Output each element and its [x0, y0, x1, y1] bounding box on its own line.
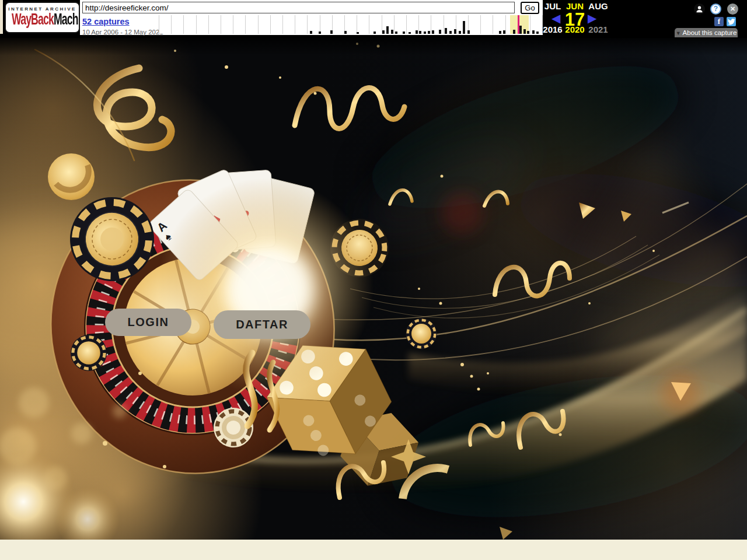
- next-month-label[interactable]: AUG: [586, 1, 610, 11]
- page-edge-sliver: [0, 0, 3, 34]
- timeline-gridline: [171, 15, 172, 34]
- timeline-gridline: [357, 15, 357, 34]
- timeline-capture-bar: [391, 30, 393, 34]
- top-vignette: [0, 38, 747, 55]
- timeline-gridline: [530, 15, 530, 34]
- current-year-label[interactable]: 2020: [564, 24, 586, 34]
- daftar-button[interactable]: DAFTAR: [214, 310, 310, 339]
- timeline-gridline: [282, 15, 283, 34]
- timeline-gridline: [480, 15, 481, 34]
- timeline-gridline: [196, 15, 197, 34]
- timeline-capture-bar: [319, 32, 321, 34]
- about-this-capture-button[interactable]: ▼About this capture: [675, 28, 738, 37]
- captures-date-range: 10 Apr 2006 - 12 May 2021: [82, 29, 158, 36]
- timeline-capture-bar: [386, 26, 389, 34]
- timeline-capture-bar: [382, 30, 385, 34]
- twitter-share-icon[interactable]: [727, 17, 736, 26]
- wayback-toolbar: INTERNET ARCHIVE WayBackMachine Go 52 ca…: [0, 0, 747, 38]
- timeline-gridline: [505, 15, 506, 34]
- casino-scene-graphic: A ♥ ♥ A ♦ ♦ A ♠: [0, 38, 747, 540]
- timeline-gridline: [444, 15, 444, 34]
- timeline-capture-bar: [513, 30, 515, 34]
- timeline-capture-bar: [454, 29, 456, 34]
- wayback-machine-logo[interactable]: INTERNET ARCHIVE WayBackMachine: [5, 2, 80, 33]
- login-button[interactable]: LOGIN: [105, 309, 191, 336]
- url-input[interactable]: [82, 2, 515, 13]
- timeline-capture-bar: [459, 31, 461, 34]
- timeline-capture-bar: [424, 32, 426, 34]
- poker-chip-small-right: [406, 318, 437, 349]
- timeline-capture-bar: [523, 29, 526, 34]
- timeline-capture-bar: [330, 30, 333, 34]
- account-icon[interactable]: [694, 4, 705, 15]
- timeline-capture-bar: [503, 30, 505, 34]
- timeline-capture-bar: [344, 31, 347, 34]
- close-toolbar-icon[interactable]: ✕: [727, 4, 738, 15]
- timeline-gridline: [270, 15, 271, 34]
- timeline-capture-bar: [536, 32, 539, 34]
- timeline-gridline: [183, 15, 184, 34]
- timeline-gridline: [208, 15, 209, 34]
- timeline-capture-bar: [428, 31, 430, 34]
- timeline-current-marker: [518, 15, 519, 34]
- timeline-capture-bar: [467, 30, 470, 34]
- wayback-wordmark: WayBackMachine: [12, 10, 73, 29]
- prev-month-label[interactable]: JUL: [542, 1, 564, 11]
- timeline-gridline: [493, 15, 493, 34]
- timeline-capture-bar: [449, 31, 452, 34]
- dropdown-triangle-icon: ▼: [676, 30, 681, 36]
- page-footer-strip: [0, 540, 747, 560]
- timeline-gridline: [406, 15, 407, 34]
- timeline-capture-bar: [374, 32, 376, 34]
- timeline-gridline: [307, 15, 308, 34]
- facebook-share-icon[interactable]: f: [714, 17, 724, 26]
- captures-link[interactable]: 52 captures: [82, 17, 130, 26]
- help-icon[interactable]: ?: [710, 4, 721, 15]
- gold-disc: [48, 153, 95, 200]
- next-capture-arrow-icon[interactable]: ▶: [588, 11, 596, 25]
- timeline-capture-bar: [519, 26, 522, 34]
- timeline-capture-bar: [419, 31, 421, 34]
- timeline-gridline: [245, 15, 246, 34]
- nav-column-current: JUN 17 2020: [564, 0, 586, 36]
- timeline-capture-bar: [463, 21, 465, 34]
- prev-capture-arrow-icon[interactable]: ◀: [551, 11, 560, 25]
- prev-year-label[interactable]: 2016: [542, 24, 564, 34]
- timeline-capture-bar: [439, 30, 441, 34]
- timeline-capture-bar: [310, 31, 312, 34]
- timeline-capture-bar: [357, 32, 359, 34]
- captures-summary: 52 captures 10 Apr 2006 - 12 May 2021: [82, 16, 158, 36]
- timeline-capture-bar: [445, 28, 447, 34]
- captures-timeline[interactable]: [159, 15, 543, 34]
- timeline-gridline: [258, 15, 259, 34]
- wayback-white-panel: Go 52 captures 10 Apr 2006 - 12 May 2021: [80, 0, 543, 35]
- timeline-gridline: [295, 15, 295, 34]
- timeline-capture-bar: [499, 31, 501, 34]
- timeline-gridline: [369, 15, 369, 34]
- timeline-gridline: [394, 15, 395, 34]
- casino-hero-image: A ♥ ♥ A ♦ ♦ A ♠: [0, 38, 747, 540]
- timeline-capture-bar: [409, 32, 411, 34]
- timeline-gridline: [233, 15, 233, 34]
- timeline-capture-bar: [432, 30, 434, 34]
- timeline-gridline: [221, 15, 221, 34]
- timeline-capture-bar: [395, 32, 397, 34]
- timeline-capture-bar: [416, 30, 418, 34]
- timeline-capture-bar: [532, 30, 535, 34]
- poker-chip-small-left: [71, 335, 107, 371]
- timeline-capture-bar: [527, 31, 529, 34]
- timeline-gridline: [159, 15, 159, 34]
- next-year-label[interactable]: 2021: [586, 24, 610, 34]
- timeline-capture-bar: [403, 32, 405, 34]
- go-button[interactable]: Go: [521, 2, 539, 14]
